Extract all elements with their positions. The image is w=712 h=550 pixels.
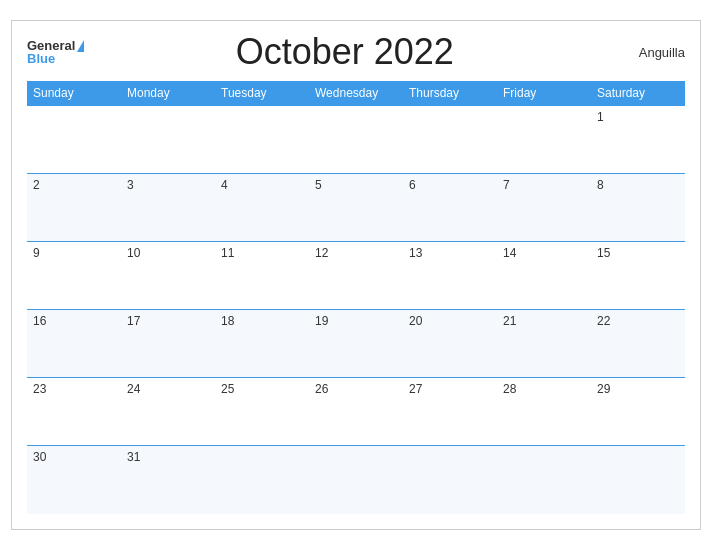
calendar-grid: SundayMondayTuesdayWednesdayThursdayFrid…	[27, 81, 685, 514]
calendar-week-row: 2345678	[27, 174, 685, 242]
day-number: 24	[127, 382, 140, 396]
logo-triangle-icon	[77, 40, 84, 52]
calendar-cell: 17	[121, 310, 215, 378]
calendar-cell: 9	[27, 242, 121, 310]
calendar-cell: 8	[591, 174, 685, 242]
day-number: 1	[597, 110, 604, 124]
day-number: 10	[127, 246, 140, 260]
day-number: 22	[597, 314, 610, 328]
calendar-cell: 22	[591, 310, 685, 378]
day-number: 7	[503, 178, 510, 192]
calendar-cell: 16	[27, 310, 121, 378]
weekday-header-sunday: Sunday	[27, 81, 121, 106]
day-number: 4	[221, 178, 228, 192]
calendar-cell: 13	[403, 242, 497, 310]
day-number: 11	[221, 246, 234, 260]
day-number: 16	[33, 314, 46, 328]
calendar-week-row: 16171819202122	[27, 310, 685, 378]
day-number: 30	[33, 450, 46, 464]
day-number: 18	[221, 314, 234, 328]
calendar-cell	[215, 106, 309, 174]
day-number: 6	[409, 178, 416, 192]
weekday-header-wednesday: Wednesday	[309, 81, 403, 106]
calendar-cell: 3	[121, 174, 215, 242]
weekday-header-tuesday: Tuesday	[215, 81, 309, 106]
day-number: 19	[315, 314, 328, 328]
calendar-cell: 20	[403, 310, 497, 378]
calendar-cell	[591, 446, 685, 514]
calendar-cell: 31	[121, 446, 215, 514]
calendar-cell: 30	[27, 446, 121, 514]
calendar-week-row: 23242526272829	[27, 378, 685, 446]
day-number: 3	[127, 178, 134, 192]
calendar-header: General Blue October 2022 Anguilla	[27, 31, 685, 73]
calendar-container: General Blue October 2022 Anguilla Sunda…	[11, 20, 701, 530]
calendar-region: Anguilla	[605, 45, 685, 60]
calendar-cell	[309, 106, 403, 174]
calendar-cell: 29	[591, 378, 685, 446]
day-number: 23	[33, 382, 46, 396]
day-number: 13	[409, 246, 422, 260]
calendar-cell: 4	[215, 174, 309, 242]
calendar-cell: 5	[309, 174, 403, 242]
day-number: 14	[503, 246, 516, 260]
day-number: 25	[221, 382, 234, 396]
calendar-cell: 12	[309, 242, 403, 310]
calendar-cell: 18	[215, 310, 309, 378]
day-number: 15	[597, 246, 610, 260]
day-number: 20	[409, 314, 422, 328]
calendar-week-row: 3031	[27, 446, 685, 514]
day-number: 26	[315, 382, 328, 396]
calendar-cell: 23	[27, 378, 121, 446]
day-number: 8	[597, 178, 604, 192]
calendar-cell: 10	[121, 242, 215, 310]
calendar-cell: 1	[591, 106, 685, 174]
calendar-cell	[403, 446, 497, 514]
day-number: 12	[315, 246, 328, 260]
weekday-header-friday: Friday	[497, 81, 591, 106]
calendar-cell: 14	[497, 242, 591, 310]
calendar-cell: 28	[497, 378, 591, 446]
weekday-header-saturday: Saturday	[591, 81, 685, 106]
logo-blue-text: Blue	[27, 52, 55, 65]
calendar-cell	[403, 106, 497, 174]
calendar-cell	[215, 446, 309, 514]
day-number: 27	[409, 382, 422, 396]
calendar-cell	[309, 446, 403, 514]
day-number: 28	[503, 382, 516, 396]
calendar-cell: 26	[309, 378, 403, 446]
calendar-cell: 27	[403, 378, 497, 446]
weekday-header-monday: Monday	[121, 81, 215, 106]
calendar-title: October 2022	[84, 31, 605, 73]
day-number: 29	[597, 382, 610, 396]
day-number: 31	[127, 450, 140, 464]
calendar-cell	[121, 106, 215, 174]
calendar-cell: 19	[309, 310, 403, 378]
day-number: 21	[503, 314, 516, 328]
calendar-cell: 15	[591, 242, 685, 310]
day-number: 2	[33, 178, 40, 192]
calendar-cell: 11	[215, 242, 309, 310]
calendar-cell: 6	[403, 174, 497, 242]
weekday-header-thursday: Thursday	[403, 81, 497, 106]
calendar-week-row: 1	[27, 106, 685, 174]
logo: General Blue	[27, 39, 84, 65]
calendar-cell	[497, 106, 591, 174]
weekday-header-row: SundayMondayTuesdayWednesdayThursdayFrid…	[27, 81, 685, 106]
day-number: 9	[33, 246, 40, 260]
calendar-cell: 25	[215, 378, 309, 446]
day-number: 17	[127, 314, 140, 328]
calendar-cell: 2	[27, 174, 121, 242]
calendar-week-row: 9101112131415	[27, 242, 685, 310]
calendar-cell: 7	[497, 174, 591, 242]
calendar-cell: 21	[497, 310, 591, 378]
calendar-cell	[497, 446, 591, 514]
day-number: 5	[315, 178, 322, 192]
calendar-cell: 24	[121, 378, 215, 446]
calendar-cell	[27, 106, 121, 174]
